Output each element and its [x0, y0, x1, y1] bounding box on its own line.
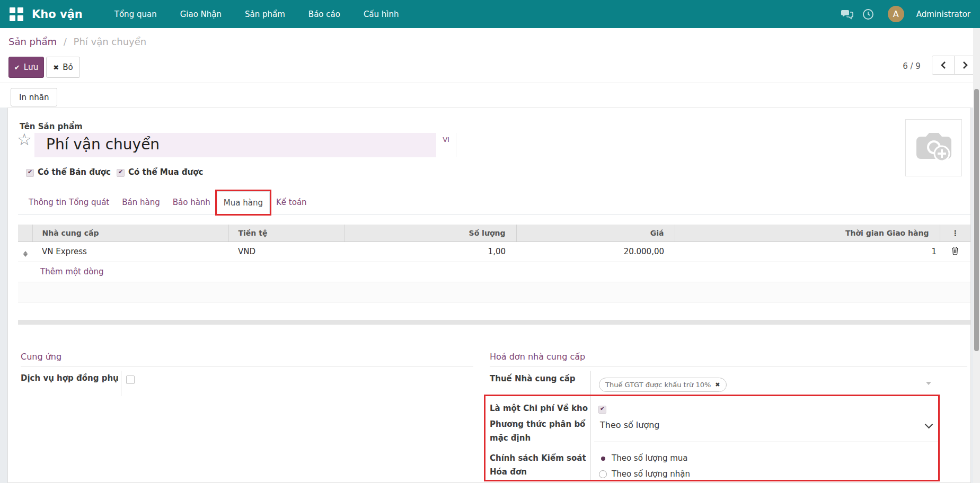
user-avatar[interactable]: A — [888, 6, 904, 22]
radio-label-ordered-quantities: Theo số lượng mua — [612, 453, 688, 463]
product-image-placeholder[interactable] — [905, 119, 962, 176]
tab-warranty[interactable]: Bảo hành — [166, 191, 217, 214]
pager-next-button[interactable] — [954, 56, 976, 74]
section-title-vendor-bills: Hoá đơn nhà cung cấp — [490, 352, 967, 367]
can-be-purchased-label: Có thể Mua được — [128, 167, 203, 177]
row-drag-handle[interactable] — [18, 241, 32, 262]
field-separator-line — [121, 371, 121, 396]
cell-delivery-lead-time[interactable]: 1 — [675, 241, 940, 262]
chevron-right-icon — [962, 61, 968, 69]
control-panel: Sản phẩm / Phí vận chuyển ✔ Lưu ✖ Bỏ 6 /… — [0, 28, 980, 108]
landed-cost-checkbox[interactable] — [598, 406, 606, 414]
chevron-left-icon — [940, 61, 947, 69]
empty-table-row — [18, 282, 970, 302]
table-row[interactable]: VN Express VND 1,00 20.000,00 1 — [18, 241, 970, 262]
product-name-field-row: Phí vận chuyển VI — [34, 133, 456, 157]
cell-vendor[interactable]: VN Express — [32, 241, 228, 262]
product-form-sheet: Tên Sản phẩm ☆ Phí vận chuyển VI Có thể … — [7, 108, 971, 483]
nav-item-overview[interactable]: Tổng quan — [110, 6, 161, 22]
radio-on-received-quantities[interactable] — [599, 470, 607, 478]
tag-remove-icon[interactable]: ✖ — [715, 381, 720, 388]
split-method-label-line1: Phương thức phân bổ — [490, 419, 585, 429]
control-policy-label-line1: Chính sách Kiểm soát — [490, 453, 586, 463]
vendor-tax-label: Thuế Nhà cung cấp — [490, 374, 576, 383]
vertical-dots-icon: ⋮ — [951, 229, 959, 237]
close-icon: ✖ — [53, 64, 59, 71]
save-button-label: Lưu — [24, 62, 38, 72]
tab-purchase[interactable]: Mua hàng — [217, 191, 270, 214]
print-label-button[interactable]: In nhãn — [11, 88, 57, 106]
tab-accounting[interactable]: Kế toán — [270, 191, 313, 214]
column-header-vendor[interactable]: Nhà cung cấp — [32, 225, 228, 241]
breadcrumb: Sản phẩm / Phí vận chuyển — [8, 36, 146, 47]
table-header-row: Nhà cung cấp Tiền tệ Số lượng Giá Thời g… — [18, 225, 970, 241]
breadcrumb-current: Phí vận chuyển — [74, 36, 147, 47]
pager-count: 6 / 9 — [896, 61, 928, 71]
sheet-background: Tên Sản phẩm ☆ Phí vận chuyển VI Có thể … — [0, 108, 980, 483]
discard-button[interactable]: ✖ Bỏ — [46, 57, 80, 78]
tab-general-information[interactable]: Thông tin Tổng quát — [22, 191, 116, 214]
trash-icon — [951, 246, 959, 255]
discard-button-label: Bỏ — [63, 62, 73, 72]
tags-dropdown-caret-icon[interactable] — [926, 382, 931, 385]
nav-item-products[interactable]: Sản phẩm — [241, 6, 289, 22]
column-header-currency[interactable]: Tiền tệ — [228, 225, 344, 241]
select-underline — [594, 442, 939, 442]
chevron-down-icon[interactable] — [925, 421, 933, 429]
nav-item-reports[interactable]: Báo cáo — [304, 6, 345, 22]
top-navbar: Kho vận Tổng quan Giao Nhận Sản phẩm Báo… — [0, 0, 980, 28]
column-header-quantity[interactable]: Số lượng — [344, 225, 516, 241]
check-icon: ✔ — [14, 64, 20, 71]
odoo-inventory-product-form: Kho vận Tổng quan Giao Nhận Sản phẩm Báo… — [0, 0, 980, 483]
column-header-price[interactable]: Giá — [516, 225, 675, 241]
control-policy-label-line2: Hóa đơn — [490, 467, 527, 477]
translation-language-badge[interactable]: VI — [436, 133, 456, 157]
breadcrumb-products-link[interactable]: Sản phẩm — [8, 36, 57, 47]
field-separator-line — [590, 371, 591, 481]
column-header-delivery-lead-time[interactable]: Thời gian Giao hàng — [675, 225, 940, 241]
vendor-tax-tag[interactable]: Thuế GTGT được khấu trừ 10% ✖ — [599, 378, 727, 392]
tab-sales[interactable]: Bán hàng — [116, 191, 166, 214]
subcontract-service-label: Dịch vụ hợp đồng phụ — [21, 373, 119, 383]
apps-menu-icon[interactable] — [10, 7, 23, 21]
radio-on-ordered-quantities[interactable] — [599, 455, 607, 463]
add-line-row: Thêm một dòng — [18, 262, 970, 282]
breadcrumb-separator: / — [64, 36, 67, 47]
can-be-purchased-checkbox[interactable] — [117, 169, 125, 177]
favorite-star-icon[interactable]: ☆ — [17, 131, 32, 148]
section-title-supply: Cung ứng — [21, 352, 473, 367]
radio-label-received-quantities: Theo số lượng nhận — [612, 469, 690, 479]
save-button[interactable]: ✔ Lưu — [8, 57, 44, 78]
vendor-tax-tag-label: Thuế GTGT được khấu trừ 10% — [605, 381, 711, 389]
subcontract-service-checkbox[interactable] — [126, 375, 135, 384]
split-method-select[interactable]: Theo số lượng — [600, 420, 660, 430]
nav-item-transfers[interactable]: Giao Nhận — [176, 6, 226, 22]
horizontal-scrollbar[interactable] — [18, 320, 970, 325]
cell-price[interactable]: 20.000,00 — [516, 241, 675, 262]
product-name-input[interactable]: Phí vận chuyển — [34, 133, 436, 157]
add-line-link[interactable]: Thêm một dòng — [18, 262, 970, 282]
landed-cost-label: Là một Chi phí Về kho — [490, 404, 588, 413]
pager-previous-button[interactable] — [932, 56, 954, 74]
app-brand[interactable]: Kho vận — [32, 8, 83, 21]
vertical-scrollbar-track[interactable] — [973, 28, 980, 483]
vendor-pricelist-table: Nhà cung cấp Tiền tệ Số lượng Giá Thời g… — [18, 225, 970, 302]
control-panel-divider — [0, 83, 974, 83]
delete-row-button[interactable] — [940, 241, 970, 262]
cell-quantity[interactable]: 1,00 — [344, 241, 516, 262]
messages-icon[interactable] — [840, 7, 854, 21]
split-method-label-line2: mặc định — [490, 433, 531, 443]
nav-item-configuration[interactable]: Cấu hình — [359, 6, 403, 22]
user-name[interactable]: Administrator — [916, 10, 970, 19]
activities-clock-icon[interactable] — [861, 7, 875, 21]
vertical-scrollbar-thumb[interactable] — [974, 89, 979, 351]
notebook-tabs: Thông tin Tổng quát Bán hàng Bảo hành Mu… — [18, 191, 970, 214]
cell-currency[interactable]: VND — [228, 241, 344, 262]
camera-plus-icon — [913, 130, 955, 165]
handle-column-header — [18, 225, 32, 241]
pager — [932, 56, 976, 75]
optional-columns-toggle[interactable]: ⋮ — [940, 225, 970, 241]
can-be-sold-label: Có thể Bán được — [38, 167, 111, 177]
can-be-sold-checkbox[interactable] — [26, 169, 34, 177]
